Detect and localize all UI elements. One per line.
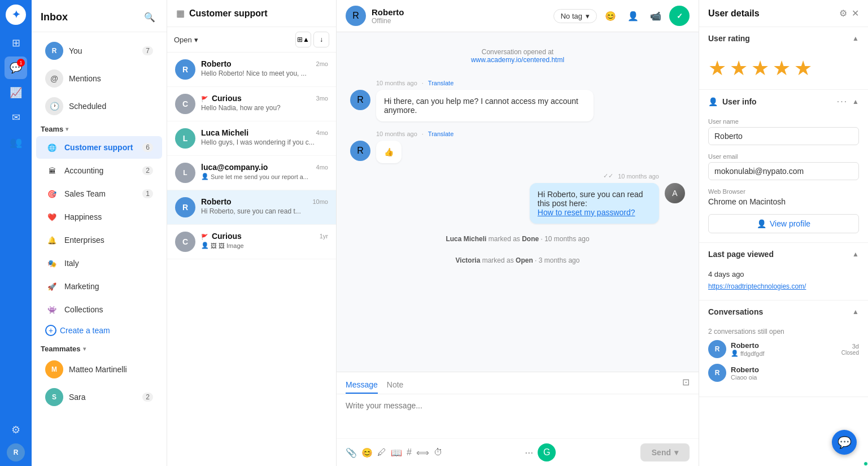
user-info-more-button[interactable]: ···	[837, 97, 848, 107]
composer-tab-message[interactable]: Message	[346, 377, 378, 394]
conv-item-curious-2[interactable]: C 🚩 Curious 1yr 👤 🖼 🖼 Image	[167, 225, 336, 259]
user-button[interactable]: 👤	[624, 7, 642, 25]
hashtag-icon[interactable]: #	[407, 447, 412, 458]
inbox-item-mentions[interactable]: @ Mentions	[36, 65, 162, 92]
conversation-opened-notice: Conversation opened at www.academy.io/ce…	[350, 48, 685, 64]
floating-chat-button[interactable]: 💬	[832, 430, 857, 455]
team-item-collections[interactable]: 👾 Collections	[36, 298, 162, 321]
conversations-header[interactable]: Conversations ▲	[699, 300, 868, 323]
timer-icon[interactable]: ⏱	[434, 447, 443, 458]
team-item-customer-support[interactable]: 🌐 Customer support 6	[36, 136, 162, 159]
msg-group-incoming-1: R Hi there, can you help me? I cannot ac…	[350, 90, 685, 121]
team-icon-collections: 👾	[45, 303, 59, 316]
open-filter-button[interactable]: Open ▾	[174, 36, 198, 44]
system-event-2: Victoria marked as Open · 3 months ago	[350, 256, 685, 264]
last-page-time: 4 days ago	[708, 270, 859, 278]
create-team-button[interactable]: + Create a team	[36, 321, 162, 339]
scheduled-label: Scheduled	[69, 102, 153, 111]
conv-item-luca[interactable]: L Luca Micheli 4mo Hello guys, I was won…	[167, 121, 336, 156]
resolve-button[interactable]: ✓	[669, 6, 690, 26]
view-profile-button[interactable]: 👤 View profile	[708, 214, 859, 233]
send-button[interactable]: Send ▾	[640, 443, 690, 461]
teammates-chevron-icon: ▾	[83, 346, 86, 352]
teams-label: Teams	[41, 125, 63, 133]
inbox-item-you[interactable]: R You 7	[36, 37, 162, 64]
msg-divider-1: ·	[422, 80, 424, 86]
last-page-header[interactable]: Last page viewed ▲	[699, 243, 868, 265]
conv-top-curious-1: 🚩 Curious 3mo	[201, 94, 328, 103]
event-time-1: 10 months ago	[544, 235, 589, 243]
more-options-button[interactable]: ···	[525, 447, 533, 459]
teammate-item-sara[interactable]: S Sara 2	[36, 384, 162, 411]
last-page-url[interactable]: https://roadtriptechnologies.com/	[708, 282, 806, 290]
team-label-sales: Sales Team	[64, 189, 137, 198]
rich-text-icon[interactable]: 🖊	[377, 447, 386, 458]
scheduled-icon: 🕐	[45, 97, 63, 115]
inbox-title: Inbox	[41, 11, 68, 23]
translate-link-1[interactable]: Translate	[428, 80, 453, 86]
sort-asc-button[interactable]: ⊞▲	[295, 32, 311, 47]
inbox-search-button[interactable]: 🔍	[142, 9, 158, 25]
expand-icon: ⊡	[682, 377, 690, 394]
inbox-item-scheduled[interactable]: 🕐 Scheduled	[36, 93, 162, 120]
team-item-sales[interactable]: 🎯 Sales Team 1	[36, 182, 162, 205]
chat-header: R Roberto Offline No tag ▾ 😊 👤 📹 ✓	[337, 0, 699, 32]
user-rating-header[interactable]: User rating ▲	[699, 27, 868, 50]
nav-icon-settings[interactable]: ⚙	[5, 419, 27, 441]
ai-assist-button[interactable]: G	[538, 443, 556, 461]
user-info-body: User name Roberto User email mokonulabi@…	[699, 114, 868, 242]
user-info-header[interactable]: 👤 User info ··· ▲	[699, 90, 868, 114]
teammates-section-header[interactable]: Teammates ▾	[32, 340, 167, 355]
conv-name-luca: Luca Micheli	[201, 128, 248, 137]
emoji-picker-icon[interactable]: 😊	[361, 447, 373, 458]
team-item-marketing[interactable]: 🚀 Marketing	[36, 275, 162, 298]
composer-tab-note[interactable]: Note	[387, 377, 404, 394]
conv-name-curious-1: 🚩 Curious	[201, 94, 242, 103]
conv-item-curious-1[interactable]: C 🚩 Curious 3mo Hello Nadia, how are you…	[167, 87, 336, 121]
teammate-item-matteo[interactable]: M Matteo Martinelli	[36, 356, 162, 383]
team-item-italy[interactable]: 🎭 Italy	[36, 252, 162, 275]
mini-conv-1[interactable]: R Roberto 👤 ffdgdfgdf 3d Closed	[708, 340, 859, 358]
tag-label: No tag	[561, 12, 582, 20]
attachment-icon[interactable]: 📎	[346, 447, 357, 458]
team-item-happiness[interactable]: ❤️ Happiness	[36, 206, 162, 228]
message-input[interactable]	[346, 401, 690, 429]
teams-section-header[interactable]: Teams ▾	[32, 120, 167, 136]
nav-icon-contacts[interactable]: 👥	[5, 131, 27, 154]
team-item-enterprises[interactable]: 🔔 Enterprises	[36, 229, 162, 251]
emoji-button[interactable]: 😊	[601, 7, 620, 25]
conv-item-roberto-1[interactable]: R Roberto 2mo Hello Roberto! Nice to mee…	[167, 53, 336, 87]
video-button[interactable]: 📹	[647, 7, 665, 25]
chat-user-name: Roberto	[372, 7, 548, 17]
sort-desc-button[interactable]: ↓	[313, 32, 329, 47]
agent-icon: 👤	[201, 173, 209, 180]
conv-item-roberto-active[interactable]: R Roberto 10mo Hi Roberto, sure you can …	[167, 190, 336, 225]
current-user-avatar[interactable]: R	[7, 443, 25, 461]
nav-icon-send[interactable]: ✉	[5, 106, 27, 129]
article-icon[interactable]: 📖	[391, 447, 402, 458]
curious-2-flag-icon: 🚩	[201, 234, 208, 240]
conversation-opened-url[interactable]: www.academy.io/centered.html	[471, 56, 564, 64]
conv-item-luca-company[interactable]: L luca@company.io 4mo 👤 Sure let me send…	[167, 156, 336, 190]
nav-icon-reports[interactable]: 📈	[5, 81, 27, 104]
conv-top-roberto-1: Roberto 2mo	[201, 59, 328, 68]
msg-meta-3: ✓✓ 10 months ago	[603, 172, 659, 180]
tag-button[interactable]: No tag ▾	[553, 9, 597, 23]
composer-tabs: Message Note ⊡	[337, 372, 699, 394]
translate-icon[interactable]: ⟺	[416, 447, 429, 458]
chat-messages: Conversation opened at www.academy.io/ce…	[337, 32, 699, 372]
settings-icon-button[interactable]: ⚙	[839, 8, 847, 19]
translate-link-2[interactable]: Translate	[428, 130, 453, 137]
close-panel-button[interactable]: ✕	[852, 8, 859, 19]
mini-conv-info-1: Roberto 👤 ffdgdfgdf	[731, 341, 837, 357]
browser-value: Chrome on Macintosh	[708, 197, 859, 206]
team-icon-customer-support: 🌐	[45, 141, 59, 154]
mini-conv-2[interactable]: R Roberto Ciaoo oia	[708, 364, 859, 382]
nav-icon-inbox[interactable]: 💬 1	[5, 56, 27, 79]
reset-password-link[interactable]: How to reset my password?	[538, 208, 635, 217]
right-panel-header: User details ⚙ ✕	[699, 0, 868, 27]
conv-time-luca: 4mo	[316, 129, 328, 136]
nav-icon-dashboard[interactable]: ⊞	[5, 32, 27, 54]
sara-count: 2	[142, 393, 153, 402]
team-item-accounting[interactable]: 🏛 Accounting 2	[36, 159, 162, 182]
